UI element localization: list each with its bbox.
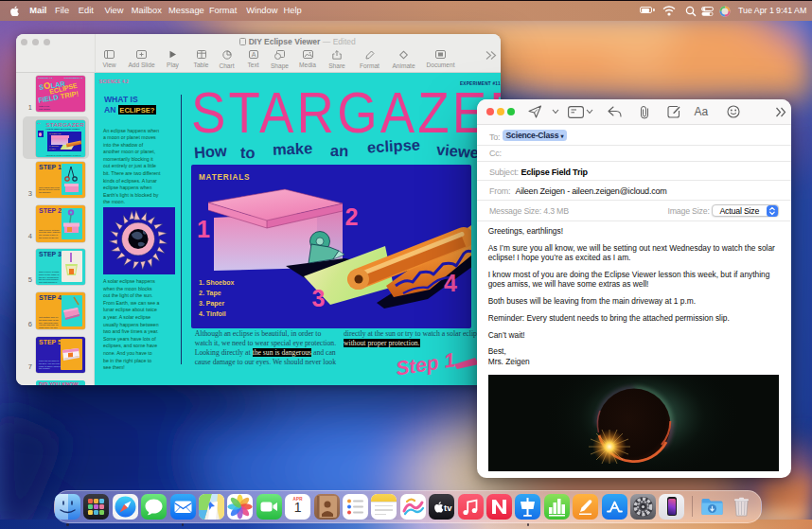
svg-text:1: 1	[197, 216, 210, 242]
svg-text:1. Shoebox: 1. Shoebox	[199, 279, 234, 286]
svg-text:A: A	[251, 51, 256, 58]
svg-text:3. Paper: 3. Paper	[199, 300, 225, 308]
svg-text:2: 2	[345, 203, 359, 230]
svg-text:4: 4	[444, 270, 457, 296]
svg-text:tv: tv	[444, 503, 452, 513]
svg-text:3: 3	[312, 285, 326, 311]
svg-text:2. Tape: 2. Tape	[199, 290, 221, 297]
svg-text:MATERIALS: MATERIALS	[199, 173, 250, 182]
svg-text:4. Tinfoil: 4. Tinfoil	[199, 310, 226, 317]
